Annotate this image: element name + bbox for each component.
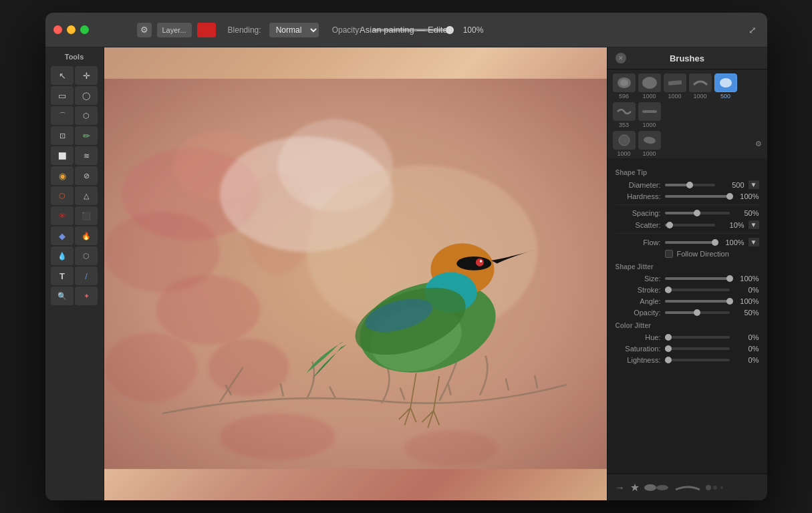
brush-preset-3[interactable]: 1000 <box>664 73 686 100</box>
strip-left-arrow[interactable]: → <box>616 482 625 493</box>
eraser-tool[interactable]: ⬜ <box>51 146 74 165</box>
app-window: ⚙ Layer... Blending: Normal Multiply Scr… <box>45 13 767 500</box>
brush-preset-8[interactable]: 1000 <box>613 131 636 157</box>
follow-direction-checkbox[interactable] <box>665 250 673 258</box>
stroke-slider[interactable] <box>665 289 730 291</box>
flow-slider[interactable] <box>665 241 715 244</box>
svg-point-32 <box>656 485 668 490</box>
color-swatch[interactable] <box>197 23 216 37</box>
tools-header: Tools <box>49 53 100 61</box>
ellipse-select-tool[interactable]: ◯ <box>75 86 98 105</box>
saturation-label: Saturation: <box>616 345 661 353</box>
brush-preset-9[interactable]: 1000 <box>638 131 661 157</box>
brush-label-8: 1000 <box>617 150 630 157</box>
svg-point-7 <box>104 333 196 402</box>
brush-preset-7[interactable]: 1000 <box>638 102 661 128</box>
fill-tool[interactable]: ◉ <box>51 166 74 185</box>
stroke-label: Stroke: <box>616 286 661 294</box>
tool-row-9: ◆ 🔥 <box>49 226 100 245</box>
brush-preset-6[interactable]: 353 <box>613 102 636 128</box>
angle-label: Angle: <box>616 297 661 305</box>
strip-brush-blob <box>644 483 670 492</box>
hardness-label: Hardness: <box>616 192 661 200</box>
tool-row-3: ⌒ ⬡ <box>49 106 100 125</box>
smudge-tool[interactable]: ≋ <box>75 146 98 165</box>
pencil-tool[interactable]: ✏ <box>75 126 98 145</box>
sharpen-tool[interactable]: ◆ <box>51 226 74 245</box>
angle-row: Angle: 100% <box>616 297 759 305</box>
blending-select[interactable]: Normal Multiply Screen Overlay <box>269 23 319 37</box>
rect-select-tool[interactable]: ▭ <box>51 86 74 105</box>
svg-point-29 <box>643 136 656 145</box>
tools-panel: Tools ↖ ✛ ▭ ◯ ⌒ ⬡ ⊡ ✏ ⬜ ≋ ◉ <box>45 47 104 500</box>
brush-preset-4[interactable]: 1000 <box>689 73 712 100</box>
scatter-slider[interactable] <box>665 224 715 226</box>
red-eye-tool[interactable]: 👁 <box>51 206 74 225</box>
zoom-tool[interactable]: 🔍 <box>51 287 74 305</box>
saturation-row: Saturation: 0% <box>616 345 759 353</box>
water-tool[interactable]: 💧 <box>51 246 74 265</box>
burn-tool[interactable]: ⬡ <box>51 186 74 205</box>
opacity-value: 100% <box>463 25 484 35</box>
brush-label-7: 1000 <box>642 122 656 128</box>
flow-label: Flow: <box>616 238 661 246</box>
opacity-jitter-slider[interactable] <box>665 311 730 314</box>
svg-point-33 <box>706 485 711 490</box>
title-bar: ⚙ Layer... Blending: Normal Multiply Scr… <box>45 13 767 47</box>
brush-label-9: 1000 <box>642 150 656 157</box>
spacing-row: Spacing: 50% <box>616 209 759 217</box>
gear-button[interactable]: ⚙ <box>137 23 152 37</box>
flow-decrement[interactable]: ▼ <box>749 238 759 246</box>
brush-preset-5[interactable]: 500 <box>714 73 737 100</box>
move-tool[interactable]: ✛ <box>75 66 98 85</box>
painting-svg <box>104 47 607 500</box>
angle-slider[interactable] <box>665 300 730 303</box>
crop-tool[interactable]: ⊡ <box>51 126 74 145</box>
line-tool[interactable]: / <box>75 267 98 285</box>
svg-point-31 <box>644 484 656 491</box>
dodge-tool[interactable]: △ <box>75 186 98 205</box>
tool-row-5: ⬜ ≋ <box>49 146 100 165</box>
scatter-decrement[interactable]: ▼ <box>749 220 759 229</box>
strip-brush-star <box>630 483 640 492</box>
hardness-slider[interactable] <box>665 195 730 198</box>
expand-button[interactable]: ⤢ <box>746 23 759 37</box>
diameter-slider[interactable] <box>665 184 715 186</box>
painting-canvas[interactable] <box>104 47 607 500</box>
brushes-close-button[interactable]: ✕ <box>616 53 626 63</box>
scatter-row: Scatter: 10% ▼ <box>616 220 759 229</box>
brush-settings-button[interactable]: ⚙ <box>755 140 762 148</box>
blur-tool[interactable]: 🔥 <box>75 226 98 245</box>
lightness-slider[interactable] <box>665 359 730 361</box>
brush-preset-2[interactable]: 1000 <box>638 73 661 100</box>
layer-button[interactable]: Layer... <box>157 23 192 37</box>
saturation-value: 0% <box>734 345 759 353</box>
canvas-area[interactable] <box>104 47 607 500</box>
fill2-tool[interactable]: ⬡ <box>75 246 98 265</box>
brush-label-6: 353 <box>619 122 629 128</box>
eyedropper-tool[interactable]: ⊘ <box>75 166 98 185</box>
healing-tool[interactable]: ⬛ <box>75 206 98 225</box>
spacing-label: Spacing: <box>616 209 661 217</box>
spacing-slider[interactable] <box>665 212 730 214</box>
window-title: Asian painting — Edited <box>360 25 452 35</box>
svg-point-6 <box>208 339 289 396</box>
select-tool[interactable]: ↖ <box>51 66 74 85</box>
saturation-slider[interactable] <box>665 347 730 350</box>
poly-lasso-tool[interactable]: ⬡ <box>75 106 98 125</box>
brush-preset-1[interactable]: 596 <box>613 73 636 100</box>
text-tool[interactable]: T <box>51 267 74 285</box>
hue-slider[interactable] <box>665 336 730 339</box>
diameter-decrement[interactable]: ▼ <box>749 180 759 189</box>
minimize-button[interactable] <box>67 25 76 34</box>
picker-tool[interactable]: ✦ <box>75 287 98 305</box>
lasso-tool[interactable]: ⌒ <box>51 106 74 125</box>
close-button[interactable] <box>53 25 62 34</box>
size-slider[interactable] <box>665 277 730 280</box>
blending-label: Blending: <box>228 25 261 35</box>
tool-row-2: ▭ ◯ <box>49 86 100 105</box>
brush-label-4: 1000 <box>693 93 706 100</box>
scatter-value: 10% <box>719 221 745 229</box>
maximize-button[interactable] <box>80 25 89 34</box>
stroke-value: 0% <box>734 286 759 294</box>
